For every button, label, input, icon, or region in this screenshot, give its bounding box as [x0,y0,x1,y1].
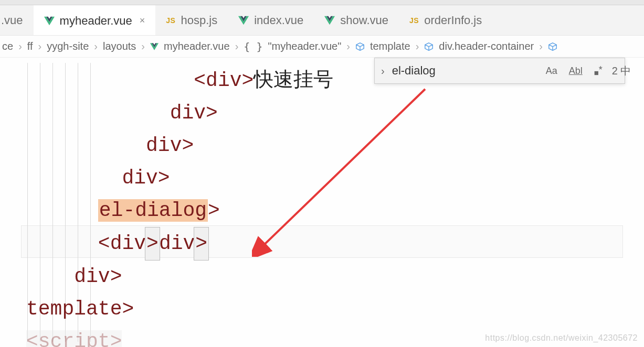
cube-icon [424,42,434,51]
find-results-count: 2 中 [612,64,631,78]
breadcrumb-item[interactable]: layouts [103,40,136,52]
breadcrumb-item[interactable]: template [370,40,410,52]
code-line[interactable]: el-dialog> [26,194,333,227]
tab-vue-partial[interactable]: .vue [0,5,34,35]
editor[interactable]: <div>快速挂号 div> div> div> el-dialog> <div… [0,58,644,347]
tab-label: orderInfo.js [424,14,482,27]
watermark: https://blog.csdn.net/weixin_42305672 [485,333,638,343]
tab-label: index.vue [254,14,303,27]
chevron-right-icon: › [235,40,239,52]
js-icon: JS [409,16,419,25]
vue-icon [150,43,159,50]
tab-label: show.vue [340,14,388,27]
tab-bar: .vue myheader.vue × JS hosp.js index.vue… [0,5,644,36]
tab-label: .vue [1,14,23,27]
vue-icon [44,16,55,26]
chevron-right-icon: › [416,40,419,52]
close-icon[interactable]: × [140,15,145,26]
vue-icon [238,16,249,25]
tab-hosp[interactable]: JS hosp.js [155,5,228,35]
breadcrumb-item[interactable]: ce [2,40,13,52]
breadcrumb-item[interactable]: ff [27,40,33,52]
code-line[interactable]: <script> [26,326,333,347]
tab-show[interactable]: show.vue [314,5,399,35]
find-input[interactable] [392,64,536,78]
tab-label: hosp.js [181,14,217,27]
cube-icon [548,42,557,51]
chevron-right-icon: › [346,40,350,52]
chevron-right-icon: › [18,40,22,52]
code-line[interactable]: div> [26,129,333,162]
breadcrumb-item[interactable]: div.header-container [439,40,534,52]
breadcrumb-item[interactable]: yygh-site [47,40,89,52]
code-line[interactable]: <div>快速挂号 [26,63,333,97]
brace-icon: { } [244,40,262,53]
tab-index[interactable]: index.vue [228,5,314,35]
tab-myheader[interactable]: myheader.vue × [34,5,156,35]
regex-button[interactable]: ■* [592,63,605,78]
chevron-right-icon: › [38,40,42,52]
code-line[interactable]: div> [26,162,333,194]
chevron-right-icon: › [141,40,145,52]
code-line[interactable]: div> [26,97,333,129]
code-line[interactable]: <div>div> [26,227,333,261]
code-content[interactable]: <div>快速挂号 div> div> div> el-dialog> <div… [26,63,333,347]
find-widget: › Aa Abl ■* 2 中 [374,58,625,84]
code-line[interactable]: template> [26,293,333,326]
breadcrumb-item[interactable]: myheader.vue [164,40,230,52]
tab-orderinfo[interactable]: JS orderInfo.js [399,5,492,35]
breadcrumb: ce › ff › yygh-site › layouts › myheader… [0,36,644,58]
cube-icon [355,42,365,51]
vue-icon [324,16,335,25]
title-bar [0,0,644,5]
chevron-right-icon: › [94,40,98,52]
chevron-right-icon[interactable]: › [381,65,385,77]
match-case-button[interactable]: Aa [544,64,559,78]
code-line[interactable]: div> [26,261,333,293]
chevron-right-icon: › [539,40,543,52]
tab-label: myheader.vue [60,14,132,28]
breadcrumb-item[interactable]: "myheader.vue" [268,40,341,52]
js-icon: JS [166,16,175,25]
match-word-button[interactable]: Abl [567,64,585,78]
